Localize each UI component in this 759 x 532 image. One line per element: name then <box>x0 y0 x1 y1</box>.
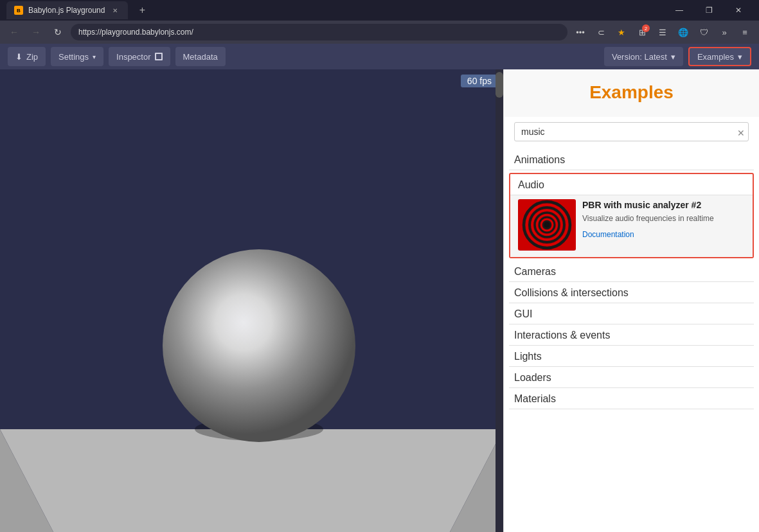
containers-button[interactable]: ⊞ 2 <box>633 23 651 41</box>
globe-button[interactable]: 🌐 <box>674 23 692 41</box>
category-lights[interactable]: Lights <box>504 346 759 366</box>
version-arrow: ▾ <box>671 52 675 62</box>
category-interactions[interactable]: Interactions & events <box>504 324 759 345</box>
tab-favicon: B <box>14 6 23 15</box>
examples-label: Examples <box>697 52 734 62</box>
close-button[interactable]: ✕ <box>724 0 753 21</box>
back-button[interactable]: ← <box>5 23 23 41</box>
category-gui[interactable]: GUI <box>504 303 759 324</box>
inspector-square-icon <box>155 53 163 60</box>
window-controls: — ❐ ✕ <box>665 0 753 21</box>
forward-button[interactable]: → <box>27 23 45 41</box>
divider-8 <box>509 409 754 409</box>
overflow-button[interactable]: » <box>715 23 733 41</box>
category-gui-label: GUI <box>514 308 532 319</box>
hamburger-button[interactable]: ≡ <box>736 23 754 41</box>
active-tab[interactable]: B Babylon.js Playground ✕ <box>6 1 128 19</box>
audio-label-text: Audio <box>518 179 544 190</box>
tab-label: Babylon.js Playground <box>28 6 105 15</box>
search-clear-button[interactable]: ✕ <box>737 129 745 137</box>
search-input[interactable] <box>514 122 749 141</box>
examples-header: Examples <box>504 69 759 117</box>
title-bar: B Babylon.js Playground ✕ + — ❐ ✕ <box>0 0 759 21</box>
example-documentation-link[interactable]: Documentation <box>582 230 634 239</box>
category-animations[interactable]: Animations <box>504 149 759 170</box>
pocket-button[interactable]: ⊂ <box>592 23 610 41</box>
version-label: Version: Latest <box>612 52 667 62</box>
app-toolbar: ⬇ Zip Settings ▾ Inspector Metadata Vers… <box>0 44 759 69</box>
examples-arrow: ▾ <box>738 52 742 62</box>
refresh-button[interactable]: ↻ <box>49 23 67 41</box>
zip-icon: ⬇ <box>15 52 22 62</box>
3d-scene <box>0 69 503 532</box>
fps-counter: 60 fps <box>461 75 498 87</box>
settings-label: Settings <box>58 52 89 62</box>
browser-chrome: B Babylon.js Playground ✕ + — ❐ ✕ ← → ↻ … <box>0 0 759 44</box>
metadata-label: Metadata <box>183 52 218 62</box>
notification-badge: 2 <box>642 24 650 32</box>
new-tab-button[interactable]: + <box>133 1 151 19</box>
example-description: Visualize audio frequencies in realtime <box>582 213 745 224</box>
examples-panel[interactable]: Examples ✕ Animations Audio <box>503 69 759 532</box>
category-lights-label: Lights <box>514 351 542 362</box>
more-button[interactable]: ••• <box>571 23 589 41</box>
viewport[interactable]: 60 fps <box>0 69 503 532</box>
category-collisions[interactable]: Collisions & intersections <box>504 282 759 303</box>
category-collisions-label: Collisions & intersections <box>514 287 629 298</box>
reader-button[interactable]: ☰ <box>654 23 672 41</box>
inspector-button[interactable]: Inspector <box>109 47 170 66</box>
category-loaders[interactable]: Loaders <box>504 367 759 387</box>
example-thumbnail <box>518 199 576 251</box>
example-info: PBR with music analyzer #2 Visualize aud… <box>582 199 745 251</box>
version-button[interactable]: Version: Latest ▾ <box>604 47 683 66</box>
svg-point-12 <box>544 222 550 228</box>
settings-arrow: ▾ <box>93 53 96 60</box>
zip-label: Zip <box>26 52 38 62</box>
metadata-button[interactable]: Metadata <box>175 47 226 66</box>
divider-1 <box>509 170 754 170</box>
shield-button[interactable]: 🛡 <box>695 23 713 41</box>
svg-marker-1 <box>0 429 503 532</box>
category-audio-label[interactable]: Audio <box>510 174 753 195</box>
nav-bar: ← → ↻ ••• ⊂ ★ ⊞ 2 ☰ 🌐 🛡 » ≡ <box>0 21 759 44</box>
main-content: 60 fps Examples ✕ Animations Audio <box>0 69 759 532</box>
svg-point-5 <box>163 249 355 442</box>
viewport-scrollbar[interactable] <box>496 69 503 532</box>
settings-button[interactable]: Settings ▾ <box>51 47 103 66</box>
category-cameras[interactable]: Cameras <box>504 261 759 281</box>
tab-close-button[interactable]: ✕ <box>110 5 120 15</box>
scene-background: 60 fps <box>0 69 503 532</box>
category-cameras-label: Cameras <box>514 266 556 277</box>
zip-button[interactable]: ⬇ Zip <box>8 47 46 66</box>
fps-value: 60 fps <box>467 76 492 86</box>
examples-title: Examples <box>514 82 749 103</box>
category-materials-label: Materials <box>514 393 556 404</box>
category-interactions-label: Interactions & events <box>514 330 610 341</box>
nav-actions: ••• ⊂ ★ ⊞ 2 ☰ 🌐 🛡 » ≡ <box>571 23 754 41</box>
inspector-label: Inspector <box>116 52 150 62</box>
bookmark-button[interactable]: ★ <box>612 23 630 41</box>
minimize-button[interactable]: — <box>665 0 693 21</box>
address-bar[interactable] <box>71 24 567 40</box>
title-bar-left: B Babylon.js Playground ✕ + <box>6 1 151 19</box>
category-materials[interactable]: Materials <box>504 388 759 409</box>
maximize-button[interactable]: ❐ <box>695 0 723 21</box>
category-loaders-label: Loaders <box>514 372 551 383</box>
scrollbar-thumb[interactable] <box>496 72 503 98</box>
category-animations-label: Animations <box>514 154 565 165</box>
examples-button[interactable]: Examples ▾ <box>688 47 751 66</box>
search-container: ✕ <box>504 117 759 149</box>
example-card-pbr-music[interactable]: PBR with music analyzer #2 Visualize aud… <box>510 195 753 257</box>
example-title: PBR with music analyzer #2 <box>582 199 745 211</box>
audio-section: Audio <box>509 173 754 258</box>
